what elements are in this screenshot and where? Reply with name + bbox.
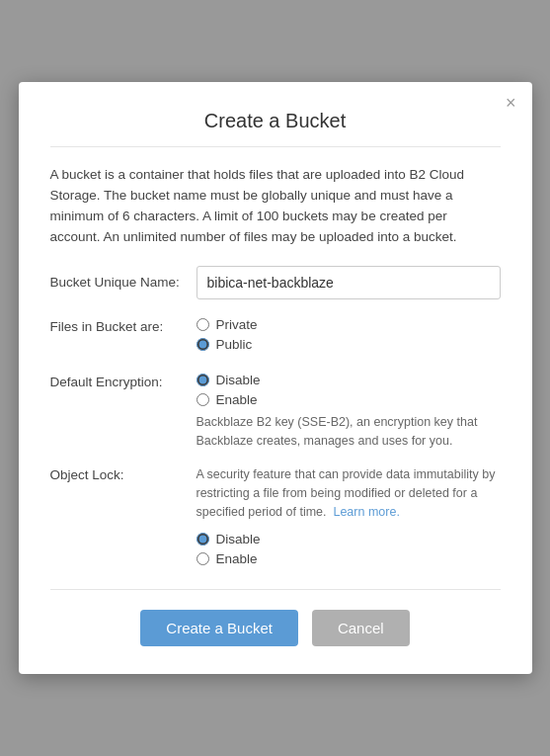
files-in-bucket-label: Files in Bucket are: [50, 317, 196, 357]
object-lock-enable-radio[interactable] [196, 552, 209, 565]
create-bucket-button[interactable]: Create a Bucket [140, 610, 298, 646]
close-icon[interactable]: × [506, 94, 516, 112]
object-lock-disable-option[interactable]: Disable [196, 532, 501, 546]
files-private-radio[interactable] [196, 318, 209, 331]
cancel-button[interactable]: Cancel [312, 610, 410, 646]
files-public-option[interactable]: Public [196, 337, 501, 352]
modal-description: A bucket is a container that holds files… [50, 165, 501, 248]
encryption-disable-label: Disable [216, 373, 261, 387]
bucket-name-label: Bucket Unique Name: [50, 275, 196, 290]
files-private-label: Private [216, 317, 258, 332]
encryption-section: Default Encryption: Disable Enable Backb… [50, 373, 501, 451]
encryption-enable-radio[interactable] [196, 393, 209, 406]
files-public-label: Public [216, 337, 253, 352]
object-lock-enable-label: Enable [216, 551, 258, 566]
encryption-label: Default Encryption: [50, 373, 196, 451]
encryption-disable-radio[interactable] [196, 374, 209, 386]
encryption-disable-option[interactable]: Disable [196, 373, 501, 387]
files-options-group: Private Public [196, 317, 501, 357]
encryption-enable-option[interactable]: Enable [196, 392, 501, 407]
create-bucket-modal: × Create a Bucket A bucket is a containe… [19, 82, 532, 673]
files-public-radio[interactable] [196, 338, 209, 351]
object-lock-content: A security feature that can provide data… [196, 465, 501, 570]
modal-title: Create a Bucket [50, 110, 501, 147]
files-in-bucket-section: Files in Bucket are: Private Public [50, 317, 501, 357]
encryption-options-group: Disable Enable Backblaze B2 key (SSE-B2)… [196, 373, 501, 451]
encryption-enable-label: Enable [216, 392, 258, 407]
learn-more-link[interactable]: Learn more. [333, 505, 399, 519]
object-lock-disable-radio[interactable] [196, 533, 209, 546]
bucket-name-row: Bucket Unique Name: [50, 266, 501, 299]
footer-divider [50, 589, 501, 590]
object-lock-disable-label: Disable [216, 532, 261, 546]
bucket-name-input[interactable] [196, 266, 501, 299]
object-lock-enable-option[interactable]: Enable [196, 551, 501, 566]
object-lock-label: Object Lock: [50, 465, 196, 570]
object-lock-description: A security feature that can provide data… [196, 465, 501, 521]
encryption-description: Backblaze B2 key (SSE-B2), an encryption… [196, 413, 501, 451]
modal-footer: Create a Bucket Cancel [50, 610, 501, 646]
files-private-option[interactable]: Private [196, 317, 501, 332]
object-lock-section: Object Lock: A security feature that can… [50, 465, 501, 570]
